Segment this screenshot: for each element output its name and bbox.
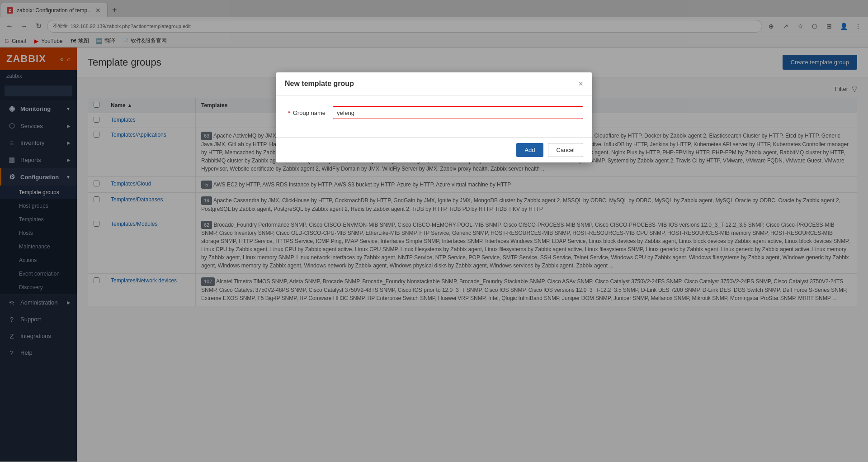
modal-body: * Group name bbox=[276, 95, 592, 137]
group-name-label-text: Group name bbox=[293, 110, 326, 116]
required-indicator: * bbox=[288, 110, 290, 116]
form-row-group-name: * Group name bbox=[285, 106, 583, 119]
modal-header: New template group × bbox=[276, 72, 592, 95]
modal-add-button[interactable]: Add bbox=[516, 143, 543, 157]
modal-footer: Add Cancel bbox=[276, 137, 592, 162]
group-name-input[interactable] bbox=[333, 106, 583, 119]
new-template-group-modal: New template group × * Group name Add Ca… bbox=[276, 72, 592, 162]
modal-title: New template group bbox=[285, 80, 354, 88]
modal-cancel-button[interactable]: Cancel bbox=[548, 143, 583, 157]
modal-close-button[interactable]: × bbox=[578, 80, 583, 88]
modal-overlay: New template group × * Group name Add Ca… bbox=[0, 0, 868, 462]
group-name-label: * Group name bbox=[285, 110, 326, 116]
